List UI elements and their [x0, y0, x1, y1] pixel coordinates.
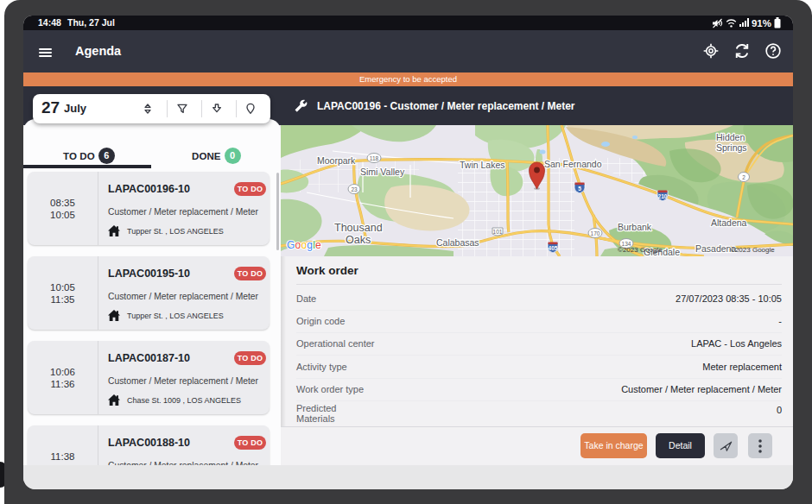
svg-text:San Fernando: San Fernando [544, 159, 602, 169]
svg-text:118: 118 [370, 155, 379, 161]
svg-text:23: 23 [351, 186, 358, 192]
svg-text:405: 405 [549, 245, 558, 251]
svg-text:101: 101 [493, 229, 503, 235]
svg-text:210: 210 [658, 193, 668, 199]
svg-text:Springs: Springs [716, 142, 747, 153]
svg-text:Google: Google [287, 239, 321, 251]
svg-text:©2023 Google: ©2023 Google [730, 246, 775, 254]
svg-text:Altadena: Altadena [711, 217, 747, 228]
svg-text:Twin Lakes: Twin Lakes [460, 160, 505, 170]
svg-text:Hidden: Hidden [716, 132, 745, 142]
svg-text:Simi Valley: Simi Valley [360, 167, 405, 177]
svg-text:170: 170 [591, 230, 600, 236]
svg-text:Moorpark: Moorpark [317, 155, 356, 166]
svg-text:©2023 Google: ©2023 Google [618, 246, 663, 254]
svg-text:5: 5 [578, 186, 581, 192]
svg-text:Oaks: Oaks [346, 234, 371, 246]
svg-text:Burbank: Burbank [618, 222, 652, 232]
svg-text:2: 2 [742, 174, 745, 180]
svg-text:Calabasas: Calabasas [436, 237, 479, 248]
svg-text:Thousand: Thousand [334, 222, 383, 234]
